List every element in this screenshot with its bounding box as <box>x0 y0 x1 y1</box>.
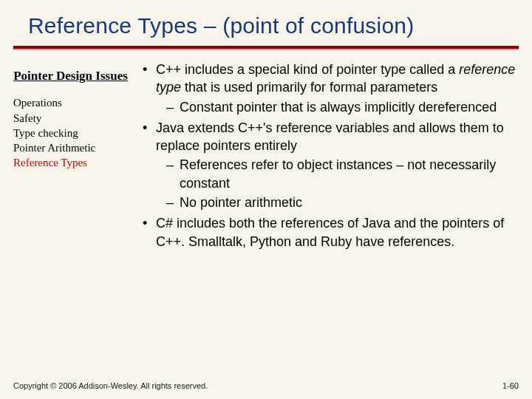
sidebar-item: Safety <box>13 111 128 126</box>
sidebar-item: Type checking <box>13 126 128 140</box>
sidebar-heading: Pointer Design Issues <box>13 68 128 83</box>
slide-title: Reference Types – (point of confusion) <box>0 0 532 46</box>
sub-bullet-item: Constant pointer that is always implicit… <box>156 98 516 116</box>
slide-body: Pointer Design Issues OperationsSafetyTy… <box>0 50 532 253</box>
main-content: C++ includes a special kind of pointer t… <box>132 61 523 253</box>
bullet-text: C++ includes a special kind of pointer t… <box>156 62 459 77</box>
bullet-item: Java extends C++'s reference variables a… <box>137 119 516 211</box>
bullet-text: C# includes both the references of Java … <box>156 216 504 248</box>
bullet-item: C# includes both the references of Java … <box>137 214 516 250</box>
bullet-text: that is used primarily for formal parame… <box>185 80 437 95</box>
bullet-text: Java extends C++'s reference variables a… <box>156 120 504 153</box>
bullet-item: C++ includes a special kind of pointer t… <box>137 61 516 116</box>
sidebar: Pointer Design Issues OperationsSafetyTy… <box>9 61 132 171</box>
page-number: 1-60 <box>502 381 519 390</box>
sidebar-item: Reference Types <box>13 155 128 170</box>
sub-bullet-item: No pointer arithmetic <box>156 194 516 211</box>
copyright-footer: Copyright © 2006 Addison-Wesley. All rig… <box>13 381 208 390</box>
sidebar-item: Operations <box>13 95 128 110</box>
sub-bullet-item: References refer to object instances – n… <box>156 156 516 192</box>
sidebar-item: Pointer Arithmetic <box>13 140 128 155</box>
